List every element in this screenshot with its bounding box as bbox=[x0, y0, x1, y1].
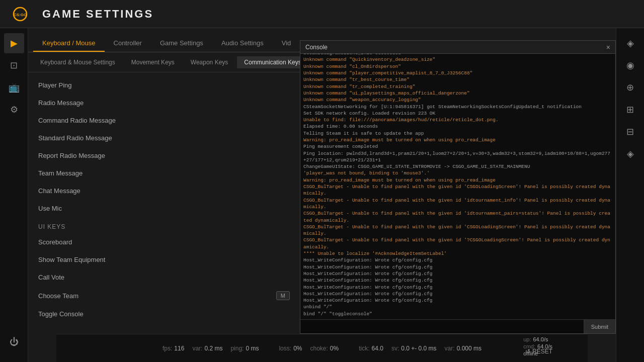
settings-item-team-message[interactable]: Team Message bbox=[28, 164, 300, 182]
up-value: 64.0/s bbox=[533, 336, 548, 342]
console-line: CSteamSocketNetworking for [U:1:94581637… bbox=[303, 104, 612, 110]
sidebar-icon-play[interactable]: ▶ bbox=[4, 33, 24, 53]
settings-item-choose-team[interactable]: Choose Team M bbox=[28, 286, 300, 305]
console-line: **** Unable to localize '#AcknowledgeIte… bbox=[303, 250, 612, 257]
sv-value: 0.0 +- 0.0 ms bbox=[401, 345, 436, 352]
fps-label: fps: bbox=[163, 345, 172, 352]
page-title: GAME SETTINGS bbox=[42, 8, 153, 21]
tab-controller[interactable]: Controller bbox=[105, 35, 151, 52]
svar-value: 0.000 ms bbox=[457, 345, 481, 352]
console-line: Unknown command "weapon_accuracy_logging… bbox=[303, 97, 612, 103]
sidebar-icon-settings[interactable]: ⚙ bbox=[4, 100, 24, 120]
settings-item-show-team-equipment[interactable]: Show Team Equipment bbox=[28, 251, 300, 268]
settings-item-toggle-console[interactable]: Toggle Console bbox=[28, 305, 300, 323]
settings-item-standard-radio-message[interactable]: Standard Radio Message bbox=[28, 129, 300, 147]
settings-item-command-radio-message[interactable]: Command Radio Message bbox=[28, 112, 300, 129]
sidebar-icon-inventory[interactable]: ⊡ bbox=[4, 55, 24, 75]
console-line: Host_WriteConfiguration: Wrote cfg/confi… bbox=[303, 297, 612, 304]
settings-item-call-vote[interactable]: Call Vote bbox=[28, 268, 300, 286]
console-line: Unknown command "tr_completed_training" bbox=[303, 83, 612, 90]
settings-item-player-ping[interactable]: Player Ping bbox=[28, 76, 300, 94]
choke-status: choke: 0% bbox=[310, 345, 339, 352]
sidebar-icon-power[interactable]: ⏻ bbox=[4, 332, 24, 352]
console-line: 'player_was not bound, binding to 'mouse… bbox=[303, 170, 612, 176]
reset-icon: ↺ bbox=[525, 348, 530, 355]
console-line: CSGO_BulTarget - Unable to find panel wi… bbox=[303, 224, 612, 237]
top-bar: CS:GO GAME SETTINGS bbox=[0, 0, 644, 28]
console-line: unbind "/" bbox=[303, 304, 612, 310]
tab-keyboard-mouse[interactable]: Keyboard / Mouse bbox=[33, 35, 105, 52]
console-input-row: Submit bbox=[300, 319, 615, 333]
console-line: Unknown command "tr_best_course_time" bbox=[303, 76, 612, 83]
right-icon-4[interactable]: ⊞ bbox=[620, 100, 640, 120]
reset-button[interactable]: ↺ RESET bbox=[525, 348, 552, 355]
subtab-weapon-keys[interactable]: Weapon Keys bbox=[184, 56, 235, 68]
tick-label: tick: bbox=[359, 345, 369, 352]
console-line: Unknown command "ui_playsettings_maps_of… bbox=[303, 90, 612, 97]
main-content: Keyboard / Mouse Controller Game Setting… bbox=[28, 28, 616, 362]
sv-label: sv: bbox=[391, 345, 399, 352]
status-bar: fps: 116 var: 0.2 ms ping: 0 ms loss: 0%… bbox=[56, 334, 588, 362]
svg-text:CS:GO: CS:GO bbox=[14, 13, 27, 17]
console-line: Warning: pro_read_image must be turned o… bbox=[303, 137, 612, 143]
svar-label: var: bbox=[445, 345, 455, 352]
reset-label: RESET bbox=[532, 348, 552, 355]
console-line: Host_WriteConfiguration: Wrote cfg/confi… bbox=[303, 277, 612, 284]
ping-status: ping: 0 ms bbox=[230, 345, 259, 352]
up-status: up: 64.0/s bbox=[523, 336, 552, 342]
subtab-communication-keys[interactable]: Communication Keys bbox=[237, 56, 308, 68]
console-overlay: Console × Unknown command "joy_lookspin_… bbox=[300, 40, 616, 334]
settings-item-radio-message[interactable]: Radio Message bbox=[28, 94, 300, 112]
right-icon-1[interactable]: ◈ bbox=[620, 33, 640, 53]
console-line: Ping measurement completed bbox=[303, 143, 612, 150]
csgo-logo: CS:GO bbox=[8, 6, 32, 22]
tab-video[interactable]: Vid bbox=[273, 35, 300, 52]
console-submit-button[interactable]: Submit bbox=[584, 320, 615, 333]
console-line: Host_WriteConfiguration: Wrote cfg/confi… bbox=[303, 257, 612, 263]
console-output: Unknown command "joy_lookspin_default"Un… bbox=[300, 54, 615, 319]
console-input-field[interactable] bbox=[300, 320, 584, 333]
right-sidebar: ◈ ◉ ⊕ ⊞ ⊟ ◈ bbox=[616, 28, 644, 362]
tick-value: 64.0 bbox=[372, 345, 383, 352]
settings-item-use-mic[interactable]: Use Mic bbox=[28, 200, 300, 217]
console-close-button[interactable]: × bbox=[606, 44, 610, 51]
sv-status: sv: 0.0 +- 0.0 ms bbox=[391, 345, 437, 352]
console-line: Unknown command "player_competitive_mapl… bbox=[303, 70, 612, 76]
svar-status: var: 0.000 ms bbox=[445, 345, 481, 352]
ping-label: ping: bbox=[230, 345, 244, 352]
console-line: Ping location: pwlnd3d,lrand3d+1,pram21/… bbox=[303, 150, 612, 164]
settings-category-ui-keys: UI Keys bbox=[28, 217, 300, 233]
console-line: Host_WriteConfiguration: Wrote cfg/confi… bbox=[303, 264, 612, 270]
console-titlebar: Console × bbox=[300, 41, 615, 54]
settings-item-scoreboard[interactable]: Scoreboard bbox=[28, 233, 300, 251]
settings-item-chat-message[interactable]: Chat Message bbox=[28, 182, 300, 200]
console-line: CSGO_BulTarget - Unable to find panel wi… bbox=[303, 210, 612, 224]
right-icon-5[interactable]: ⊟ bbox=[620, 122, 640, 142]
subtab-keyboard-mouse-settings[interactable]: Keyboard & Mouse Settings bbox=[33, 56, 122, 68]
sidebar-icon-tv[interactable]: 📺 bbox=[4, 77, 24, 98]
right-icon-6[interactable]: ◈ bbox=[620, 144, 640, 164]
tick-status: tick: 64.0 bbox=[359, 345, 383, 352]
tab-audio-settings[interactable]: Audio Settings bbox=[212, 35, 273, 52]
settings-list: Player Ping Radio Message Command Radio … bbox=[28, 72, 300, 334]
console-line: Unknown command "Quickinventory_deadzone… bbox=[303, 56, 612, 63]
subtab-movement-keys[interactable]: Movement Keys bbox=[124, 56, 182, 68]
console-line: bind "/" "toggleconsole" bbox=[303, 311, 612, 317]
settings-item-report-radio-message[interactable]: Report Radio Message bbox=[28, 147, 300, 164]
var-status: var: 0.2 ms bbox=[192, 345, 222, 352]
status-group-main: fps: 116 var: 0.2 ms ping: 0 ms bbox=[163, 345, 259, 352]
loss-status: loss: 0% bbox=[279, 345, 302, 352]
status-group-secondary: loss: 0% choke: 0% bbox=[279, 345, 339, 352]
status-group-tick: tick: 64.0 sv: 0.0 +- 0.0 ms var: 0.000 … bbox=[359, 345, 481, 352]
console-line: Unknown command "cl_OnBirdsperson" bbox=[303, 63, 612, 70]
right-icon-2[interactable]: ◉ bbox=[620, 55, 640, 75]
console-line: Set SDK network config. Loaded revision … bbox=[303, 110, 612, 117]
tab-game-settings[interactable]: Game Settings bbox=[151, 35, 212, 52]
console-line: Warning: pro_read_image must be turned o… bbox=[303, 177, 612, 184]
loss-value: 0% bbox=[293, 345, 302, 352]
console-line: Host_WriteConfiguration: Wrote cfg/confi… bbox=[303, 270, 612, 277]
choke-value: 0% bbox=[330, 345, 339, 352]
right-icon-3[interactable]: ⊕ bbox=[620, 77, 640, 98]
console-line: Host_WriteConfiguration: Wrote cfg/confi… bbox=[303, 291, 612, 297]
console-line: Unable to find: file:///panorama/images/… bbox=[303, 117, 612, 123]
